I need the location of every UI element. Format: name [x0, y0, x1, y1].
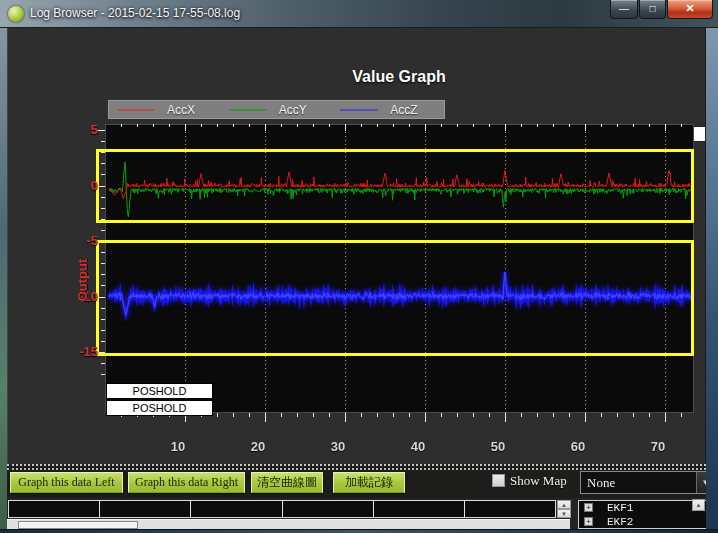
tree-item[interactable]: +EKF1	[579, 501, 708, 515]
grid-cell[interactable]	[374, 501, 465, 517]
horizontal-scrollbar-thumb[interactable]	[18, 521, 138, 529]
legend-item: AccZ	[332, 103, 444, 117]
window-title: Log Browser - 2015-02-15 17-55-08.log	[30, 6, 240, 20]
x-tick-label: 30	[316, 439, 360, 454]
app-icon	[8, 6, 24, 22]
show-map-checkbox[interactable]	[492, 474, 505, 487]
grid-scrollbar[interactable]: ▲ ▼	[557, 500, 571, 518]
window-border-right	[706, 28, 718, 529]
tree-item-label: EKF2	[607, 515, 633, 529]
close-icon: ✕	[685, 2, 694, 14]
legend: AccXAccYAccZ	[108, 100, 445, 119]
minimize-icon: —	[619, 3, 629, 14]
grid-cell[interactable]	[465, 501, 555, 517]
grid-cell[interactable]	[283, 501, 374, 517]
x-tick-label: 10	[156, 439, 200, 454]
data-source-dropdown[interactable]: None ▼	[580, 471, 715, 494]
clear-graph-button[interactable]: 清空曲線圖	[251, 472, 323, 493]
tree-expand-icon[interactable]: +	[584, 503, 593, 512]
toolbar: Graph this data LeftGraph this data Righ…	[7, 470, 706, 498]
legend-line-swatch	[117, 109, 155, 111]
chart-title: Value Graph	[258, 68, 540, 86]
window-border-left	[0, 28, 7, 529]
y-tick-label: 5	[54, 122, 98, 137]
graph-this-data-left-button[interactable]: Graph this data Left	[10, 472, 123, 493]
window-border-bottom	[0, 529, 718, 533]
maximize-button[interactable]: □	[639, 0, 666, 19]
x-tick-label: 50	[476, 439, 520, 454]
highlight-box-accxy	[96, 149, 694, 223]
mode-label-box: POSHOLD	[106, 400, 213, 416]
mode-label-box: POSHOLD	[106, 383, 213, 399]
close-button[interactable]: ✕	[667, 0, 713, 19]
y-axis-title: Output	[75, 245, 91, 315]
scroll-down-icon[interactable]: ▼	[557, 509, 571, 518]
tree-item-label: EKF1	[607, 501, 633, 515]
y-tick-label: -15	[54, 344, 98, 359]
tree-scroll-up-icon[interactable]: ▲	[692, 499, 705, 511]
log-browser-window: Log Browser - 2015-02-15 17-55-08.log —□…	[0, 0, 718, 533]
legend-line-swatch	[229, 109, 267, 111]
legend-item: AccX	[109, 103, 221, 117]
graph-this-data-right-button[interactable]: Graph this data Right	[128, 472, 245, 493]
x-tick-label: 70	[636, 439, 680, 454]
grid-cell[interactable]	[191, 501, 282, 517]
chart-panel: Value Graph AccXAccYAccZ 1 min2 min3 min…	[7, 28, 706, 465]
x-tick-label: 40	[396, 439, 440, 454]
legend-label: AccX	[167, 103, 195, 117]
y-tick-label: 0	[54, 178, 98, 193]
maximize-icon: □	[649, 3, 655, 14]
legend-label: AccZ	[390, 103, 417, 117]
value-grid[interactable]	[8, 500, 556, 518]
grid-cell[interactable]	[9, 501, 100, 517]
horizontal-scrollbar[interactable]	[4, 519, 570, 529]
legend-item: AccY	[221, 103, 333, 117]
tree-item[interactable]: +EKF2	[579, 515, 708, 529]
dropdown-value: None	[587, 475, 615, 490]
tree-scrollbar[interactable]: ▲	[692, 499, 705, 525]
grid-cell[interactable]	[100, 501, 191, 517]
bottom-row: ▲ ▼ +EKF1+EKF2 ▲	[7, 498, 706, 529]
show-map-label: Show Map	[510, 473, 567, 489]
x-tick-label: 60	[556, 439, 600, 454]
legend-line-swatch	[340, 109, 378, 111]
scroll-up-icon[interactable]: ▲	[557, 500, 571, 509]
legend-label: AccY	[279, 103, 307, 117]
minimize-button[interactable]: —	[610, 0, 638, 19]
field-tree[interactable]: +EKF1+EKF2	[578, 500, 709, 529]
x-tick-label: 20	[236, 439, 280, 454]
tree-expand-icon[interactable]: +	[584, 517, 593, 526]
load-log-button[interactable]: 加載記錄	[333, 472, 405, 493]
highlight-box-accz	[96, 240, 694, 356]
title-bar[interactable]: Log Browser - 2015-02-15 17-55-08.log —□…	[0, 0, 718, 28]
